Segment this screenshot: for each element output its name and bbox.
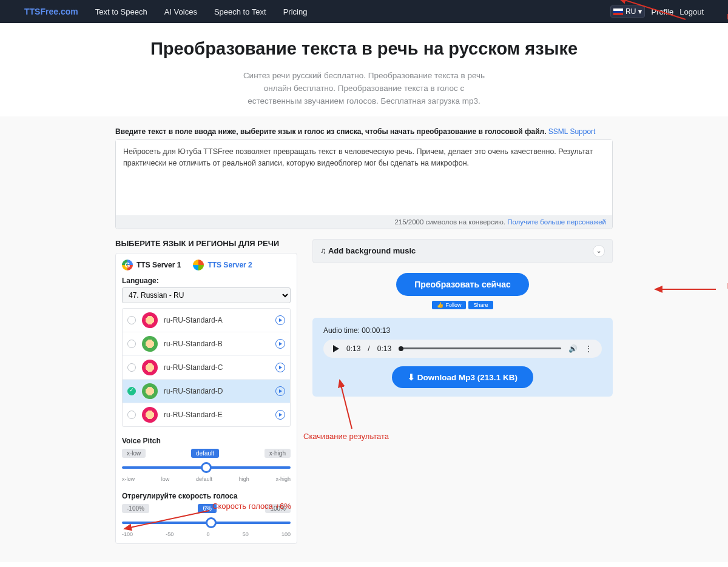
page-title: Преобразование текста в речь на русском … — [12, 39, 716, 59]
voice-row[interactable]: ru-RU-Standard-B — [123, 332, 290, 356]
radio-icon — [127, 387, 136, 395]
nav-tts[interactable]: Text to Speech — [95, 7, 147, 16]
audio-player[interactable]: 0:13 / 0:13 🔊 ⋮ — [323, 340, 602, 358]
svg-line-3 — [124, 511, 209, 529]
audio-duration: 0:13 — [377, 344, 391, 353]
voice-name: ru-RU-Standard-E — [164, 411, 269, 419]
arrow-lang — [613, 0, 692, 28]
radio-icon — [127, 411, 136, 419]
voice-avatar — [142, 312, 158, 328]
pitch-value-badge: default — [191, 449, 219, 458]
voice-name: ru-RU-Standard-D — [164, 387, 269, 395]
fb-share-button[interactable]: Share — [468, 301, 493, 309]
more-chars-link[interactable]: Получите больше персонажей — [507, 218, 606, 226]
volume-icon[interactable]: 🔊 — [568, 344, 578, 353]
language-dropdown[interactable]: 47. Russian - RU — [122, 287, 291, 303]
more-icon[interactable]: ⋮ — [585, 344, 592, 353]
bg-music-toggle[interactable]: ♫ Add background music ⌄ — [312, 239, 613, 263]
play-icon[interactable] — [333, 345, 339, 352]
audio-current-time: 0:13 — [346, 344, 360, 353]
arrow-speed — [121, 508, 212, 534]
pitch-thumb[interactable] — [201, 462, 212, 473]
char-count: 215/2000 символов на конверсию. — [394, 218, 505, 226]
pitch-label: Voice Pitch — [122, 437, 291, 445]
download-icon: ⬇ — [408, 373, 415, 382]
svg-line-0 — [619, 0, 686, 19]
thumb-up-icon: 👍 — [437, 302, 443, 308]
voice-row[interactable]: ru-RU-Standard-E — [123, 403, 290, 426]
voice-name: ru-RU-Standard-C — [164, 363, 269, 372]
preview-play-icon[interactable] — [275, 339, 285, 349]
ssml-support-link[interactable]: SSML Support — [548, 127, 596, 136]
preview-play-icon[interactable] — [275, 386, 285, 396]
voice-avatar — [142, 383, 158, 399]
char-counter-bar: 215/2000 символов на конверсию. Получите… — [116, 215, 612, 229]
voice-section-title: ВЫБЕРИТЕ ЯЗЫК И РЕГИОНЫ ДЛЯ РЕЧИ — [115, 239, 297, 248]
nav-ai-voices[interactable]: AI Voices — [164, 7, 197, 16]
convert-button[interactable]: Преобразовать сейчас — [396, 273, 529, 296]
speed-label: Отрегулируйте скорость голоса — [122, 492, 291, 500]
voice-row[interactable]: ru-RU-Standard-C — [123, 356, 290, 380]
google-icon: G — [122, 260, 133, 270]
preview-play-icon[interactable] — [275, 363, 285, 372]
nav-stt[interactable]: Speech to Text — [214, 7, 266, 16]
audio-progress[interactable] — [399, 347, 561, 349]
svg-line-4 — [340, 380, 352, 429]
arrow-convert — [652, 283, 719, 298]
preview-play-icon[interactable] — [275, 315, 285, 325]
audio-time-label: Audio time: 00:00:13 — [323, 326, 602, 335]
text-input[interactable] — [116, 140, 612, 213]
page-description: Синтез речи русский бесплатно. Преобразо… — [240, 70, 488, 108]
voice-name: ru-RU-Standard-B — [164, 340, 269, 348]
radio-icon — [127, 316, 136, 324]
download-button[interactable]: ⬇ Download Mp3 (213.1 KB) — [392, 366, 533, 388]
voice-avatar — [142, 407, 158, 423]
voice-list[interactable]: ru-RU-Standard-A ru-RU-Standard-B ru-RU-… — [122, 308, 291, 427]
voice-avatar — [142, 336, 158, 352]
language-label: Language: — [122, 277, 291, 285]
microsoft-icon — [193, 260, 204, 270]
fb-follow-button[interactable]: 👍Follow — [432, 301, 466, 309]
voice-row[interactable]: ru-RU-Standard-A — [123, 309, 290, 332]
hero: Преобразование текста в речь на русском … — [0, 23, 728, 116]
voice-row[interactable]: ru-RU-Standard-D — [123, 380, 290, 403]
voice-panel: G TTS Server 1 TTS Server 2 Language: 47… — [115, 253, 297, 544]
tab-server-1[interactable]: G TTS Server 1 — [122, 260, 181, 270]
music-note-icon: ♫ — [320, 246, 326, 255]
pitch-slider[interactable] — [122, 460, 291, 475]
radio-icon — [127, 340, 136, 348]
annot-speed: Скорость голоса +6% — [212, 502, 291, 511]
radio-icon — [127, 363, 136, 372]
chevron-down-icon: ⌄ — [593, 245, 605, 257]
instruction-text: Введите текст в поле ввода ниже, выберит… — [115, 127, 613, 136]
logo[interactable]: TTSFree.com — [24, 7, 78, 16]
pitch-low-badge: x-low — [122, 449, 146, 458]
pitch-high-badge: x-high — [265, 449, 291, 458]
nav-pricing[interactable]: Pricing — [283, 7, 308, 16]
text-input-container: 215/2000 символов на конверсию. Получите… — [115, 139, 613, 229]
voice-avatar — [142, 360, 158, 375]
preview-play-icon[interactable] — [275, 410, 285, 420]
voice-name: ru-RU-Standard-A — [164, 316, 269, 324]
arrow-download — [334, 377, 364, 434]
tab-server-2[interactable]: TTS Server 2 — [193, 260, 252, 270]
pitch-control: Voice Pitch x-low default x-high x-lowlo… — [122, 437, 291, 482]
main-area: Введите текст в поле ввода ниже, выберит… — [0, 116, 728, 562]
